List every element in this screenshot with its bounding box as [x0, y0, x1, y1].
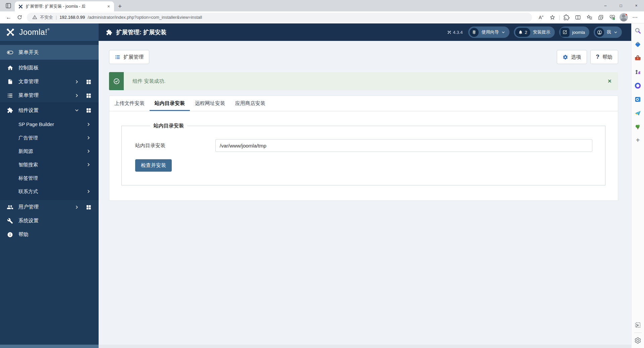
- sidebar-item-components[interactable]: 组件设置: [0, 103, 99, 118]
- options-button[interactable]: 选项: [557, 50, 587, 64]
- install-card: 上传文件安装 站内目录安装 远程网址安装 应用商店安装 站内目录安装 站内目录安…: [109, 96, 618, 201]
- install-notices-button[interactable]: 2 安装提示: [514, 26, 554, 38]
- chevron-right-icon: [87, 149, 91, 153]
- sidebar-subitem-tags[interactable]: 标签管理: [0, 171, 99, 185]
- security-warning-icon: [32, 15, 37, 20]
- components-group: 组件设置 SP Page Builder 广告管理 新闻源 智能搜: [0, 102, 99, 200]
- notification-bell-icon: 2: [515, 28, 530, 37]
- guide-button[interactable]: 使用向导: [468, 26, 509, 38]
- favorites-icon[interactable]: [584, 14, 595, 20]
- view-site-button[interactable]: joomla: [559, 26, 589, 38]
- collections-icon[interactable]: [595, 14, 606, 20]
- sidebar-subitem-smart-search[interactable]: 智能搜索: [0, 158, 99, 171]
- sidebar-subitem-newsfeeds[interactable]: 新闻源: [0, 144, 99, 158]
- admin-header: Joomla!® 扩展管理: 扩展安装 4.3.4: [0, 23, 631, 41]
- external-link-icon: [560, 28, 570, 37]
- user-icon: [595, 28, 604, 37]
- new-tab-button[interactable]: +: [118, 3, 122, 9]
- joomla-version-icon: [447, 30, 451, 35]
- edge-sidebar: +: [631, 23, 644, 348]
- home-icon: [7, 65, 13, 71]
- sidebar-add-icon[interactable]: +: [636, 137, 640, 143]
- sidebar-tree-icon[interactable]: [634, 123, 642, 131]
- split-screen-icon[interactable]: [572, 14, 584, 20]
- sidebar-paper-plane-icon[interactable]: [634, 109, 642, 117]
- chevron-down-icon: [614, 31, 618, 34]
- web-capture-icon[interactable]: [634, 322, 641, 329]
- dashboard-grid-icon[interactable]: [86, 205, 91, 210]
- help-button[interactable]: ? 帮助: [590, 50, 618, 64]
- window-maximize-button[interactable]: □: [613, 0, 629, 11]
- wrench-icon: [7, 218, 13, 224]
- tab-install-from-url[interactable]: 远程网址安装: [190, 96, 230, 111]
- browser-navbar: ← 不安全 | 192.168.0.99/administrator/index…: [0, 11, 644, 23]
- back-button[interactable]: ←: [3, 14, 14, 21]
- tab-close-icon[interactable]: ×: [107, 4, 111, 9]
- gear-icon: [562, 54, 568, 60]
- window-close-button[interactable]: ×: [629, 0, 644, 11]
- tab-install-from-folder[interactable]: 站内目录安装: [150, 96, 190, 111]
- dashboard-grid-icon[interactable]: [86, 93, 91, 98]
- admin-content: 扩展管理 选项 ? 帮助 组件 安装成功. ×: [99, 41, 631, 345]
- sidebar-item-menus[interactable]: 菜单管理: [0, 89, 99, 102]
- sidebar-search-icon[interactable]: [634, 27, 642, 35]
- sidebar-outlook-icon[interactable]: [634, 96, 642, 103]
- sidebar-shopping-icon[interactable]: [634, 41, 642, 48]
- folder-path-input[interactable]: [215, 139, 592, 152]
- tab-actions-icon[interactable]: [4, 1, 13, 10]
- sidebar-item-help[interactable]: 帮助: [0, 228, 99, 241]
- sidebar-item-content[interactable]: 文章管理: [0, 75, 99, 89]
- sidebar-divider: [634, 333, 642, 333]
- sidebar-settings-icon[interactable]: [634, 337, 641, 344]
- security-label[interactable]: 不安全: [40, 14, 53, 20]
- sidebar-games-icon[interactable]: [634, 68, 642, 76]
- refresh-button[interactable]: [14, 14, 25, 20]
- list-icon: [7, 93, 13, 99]
- folder-install-fieldset: 站内目录安装 站内目录安装 检查并安装: [121, 123, 605, 185]
- document-icon: [7, 79, 13, 84]
- tab-upload-package[interactable]: 上传文件安装: [109, 96, 150, 111]
- check-and-install-button[interactable]: 检查并安装: [135, 159, 172, 172]
- profile-avatar[interactable]: [618, 13, 629, 21]
- sidebar-item-dashboard[interactable]: 控制面板: [0, 61, 99, 75]
- manage-extensions-button[interactable]: 扩展管理: [109, 50, 149, 64]
- dashboard-grid-icon[interactable]: [86, 79, 91, 84]
- chevron-right-icon: [87, 122, 91, 126]
- sidebar-item-users[interactable]: 用户管理: [0, 200, 99, 214]
- user-menu-button[interactable]: 我: [594, 26, 622, 38]
- browser-menu-icon[interactable]: ⋯: [629, 14, 641, 20]
- browser-essentials-icon[interactable]: [606, 14, 618, 20]
- chevron-right-icon: [75, 80, 79, 84]
- browser-tab[interactable]: 扩展管理: 扩展安装 - joomla - 后 ×: [15, 1, 114, 11]
- read-aloud-icon[interactable]: A”: [535, 15, 547, 20]
- info-icon: [7, 232, 13, 238]
- joomla-app: Joomla!® 扩展管理: 扩展安装 4.3.4: [0, 23, 631, 348]
- check-circle-icon: [109, 72, 124, 90]
- sidebar-subitem-sp-page-builder[interactable]: SP Page Builder: [0, 118, 99, 131]
- dashboard-grid-icon[interactable]: [86, 108, 91, 113]
- url-separator: |: [56, 15, 57, 20]
- chevron-right-icon: [87, 189, 91, 193]
- sidebar-item-system[interactable]: 系统设置: [0, 214, 99, 228]
- favorite-star-icon[interactable]: [547, 14, 558, 20]
- sidebar-toolbox-icon[interactable]: [634, 54, 642, 62]
- window-minimize-button[interactable]: –: [598, 0, 613, 11]
- joomla-logo-icon: [5, 27, 15, 37]
- chevron-right-icon: [87, 136, 91, 140]
- content-toolbar: 扩展管理 选项 ? 帮助: [109, 50, 618, 64]
- tab-title: 扩展管理: 扩展安装 - joomla - 后: [26, 4, 104, 9]
- sidebar-subitem-banners[interactable]: 广告管理: [0, 131, 99, 144]
- form-row: 站内目录安装: [135, 139, 592, 152]
- sidebar-subitem-contacts[interactable]: 联系方式: [0, 185, 99, 198]
- list-icon: [115, 54, 120, 60]
- chevron-down-icon: [501, 31, 505, 34]
- extensions-icon[interactable]: [561, 14, 572, 20]
- sidebar-item-menu-toggle[interactable]: 菜单开关: [0, 45, 99, 60]
- url-bar[interactable]: 不安全 | 192.168.0.99/administrator/index.p…: [27, 13, 532, 22]
- question-icon: ?: [596, 54, 599, 60]
- joomla-brand[interactable]: Joomla!®: [0, 23, 99, 41]
- tab-install-from-web[interactable]: 应用商店安装: [230, 96, 270, 111]
- sidebar-m365-icon[interactable]: [634, 82, 642, 90]
- joomla-favicon: [18, 4, 23, 9]
- alert-close-icon[interactable]: ×: [601, 77, 618, 85]
